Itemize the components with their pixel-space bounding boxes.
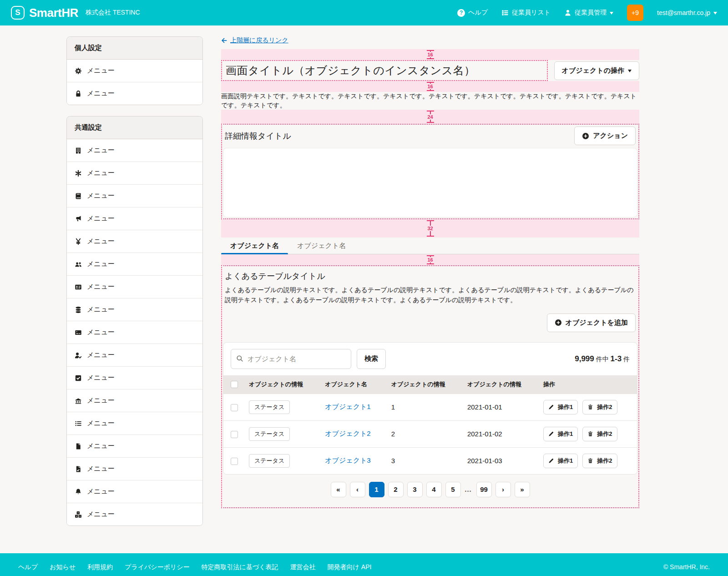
row-checkbox[interactable] [231,458,238,465]
sidebar-item-menu[interactable]: メニュー [67,298,202,321]
spacing-indicator-24: 24 [221,110,639,124]
sidebar-item-label: メニュー [87,351,115,359]
object-link[interactable]: オブジェクト3 [325,456,370,464]
yen-icon [75,238,82,245]
sidebar-item-menu[interactable]: メニュー [67,344,202,366]
pagination-next-button[interactable]: › [495,482,511,497]
sidebar-item-label: メニュー [87,146,115,155]
pagination-last-button[interactable]: » [515,482,530,497]
sidebar-item-menu[interactable]: メニュー [67,321,202,344]
search-button[interactable]: 検索 [357,349,386,369]
select-all-checkbox[interactable] [231,381,238,388]
employee-list-nav-item[interactable]: 従業員リスト [501,9,551,17]
sidebar-item-menu[interactable]: メニュー [67,207,202,230]
table-section-title: よくあるテーブルタイトル [222,267,638,282]
pagination-page-99[interactable]: 99 [476,482,492,497]
sidebar-item-menu[interactable]: メニュー [67,275,202,298]
sidebar-item-menu[interactable]: メニュー [67,162,202,184]
employee-admin-label: 従業員管理 [575,9,607,17]
delete-action-button[interactable]: 操作2 [582,400,617,414]
notification-badge[interactable]: +9 [627,5,643,21]
object-actions-dropdown-button[interactable]: オブジェクトの操作 [554,61,639,80]
sidebar-item-menu[interactable]: メニュー [67,503,202,525]
footer-link-news[interactable]: お知らせ [50,563,76,571]
bell-icon [75,488,82,495]
object-link[interactable]: オブジェクト1 [325,403,370,410]
sidebar-item-menu[interactable]: メニュー [67,253,202,275]
user-check-icon [75,352,82,359]
sidebar-item-menu[interactable]: メニュー [67,457,202,480]
sidebar-item-menu[interactable]: メニュー [67,230,202,253]
sidebar-item-menu[interactable]: メニュー [67,480,202,503]
sidebar-item-menu[interactable]: メニュー [67,412,202,435]
smarthr-logo[interactable]: S SmartHR [11,6,78,20]
pagination-page-4[interactable]: 4 [426,482,442,497]
sidebar-item-label: メニュー [87,192,115,200]
table-section-description: よくあるテーブルの説明テキストです。よくあるテーブルの説明テキストです。よくある… [222,282,638,305]
database-icon [75,306,82,313]
footer-link-commerce-law[interactable]: 特定商取引法に基づく表記 [202,563,278,571]
pagination: « ‹ 1 2 3 4 5 … 99 › » [222,475,638,507]
column-header: オブジェクトの情報 [243,375,319,394]
sidebar-item-menu[interactable]: メニュー [67,82,202,105]
status-badge: ステータス [249,454,290,468]
sidebar-section-title: 個人設定 [67,37,202,60]
pagination-page-5[interactable]: 5 [445,482,461,497]
sidebar-item-menu[interactable]: メニュー [67,389,202,412]
pagination-page-1[interactable]: 1 [369,482,384,497]
sidebar-section-title: 共通設定 [67,116,202,139]
trash-icon [587,458,593,464]
add-object-button[interactable]: オブジェクトを追加 [547,313,636,332]
table-row: ステータス オブジェクト3 3 2021-01-03 操作1 操作2 [223,447,637,474]
common-table-section: よくあるテーブルタイトル よくあるテーブルの説明テキストです。よくあるテーブルの… [221,265,639,508]
footer-link-developer-api[interactable]: 開発者向け API [328,563,372,571]
footer-link-operator[interactable]: 運営会社 [290,563,316,571]
sidebar-item-menu[interactable]: メニュー [67,184,202,207]
help-circle-icon [457,9,465,17]
pagination-prev-button[interactable]: ‹ [350,482,365,497]
footer-link-terms[interactable]: 利用規約 [87,563,113,571]
sidebar-item-menu[interactable]: メニュー [67,139,202,162]
spacing-indicator-32: 32 [221,219,639,237]
tab-object-name-1[interactable]: オブジェクト名 [221,237,288,254]
account-dropdown[interactable]: test@smarthr.co.jp [657,9,717,16]
detail-info-title: 詳細情報タイトル [225,131,291,141]
employee-list-icon [501,9,509,16]
sidebar-item-menu[interactable]: メニュー [67,60,202,82]
object-date-cell: 2021-01-02 [462,420,538,447]
copyright: © SmartHR, Inc. [663,563,710,571]
trash-icon [587,404,593,410]
sidebar-item-label: メニュー [87,89,115,98]
delete-action-button[interactable]: 操作2 [582,427,617,441]
row-checkbox[interactable] [231,431,238,438]
back-to-parent-link[interactable]: 上階層に戻るリンク [221,36,288,45]
sidebar-item-label: メニュー [87,237,115,246]
pagination-page-2[interactable]: 2 [388,482,404,497]
action-button[interactable]: アクション [574,126,636,145]
header-nav: ヘルプ 従業員リスト 従業員管理 +9 test@smarthr.co.jp [457,5,717,21]
edit-action-button[interactable]: 操作1 [543,400,578,414]
object-link[interactable]: オブジェクト2 [325,429,370,437]
column-header: オブジェクトの情報 [462,375,538,394]
smarthr-logo-text: SmartHR [29,6,78,20]
pagination-page-3[interactable]: 3 [407,482,423,497]
object-search-input[interactable] [231,349,351,369]
employee-admin-dropdown[interactable]: 従業員管理 [564,9,613,17]
employee-list-nav-label: 従業員リスト [512,9,551,17]
building-icon [75,147,82,154]
sidebar-item-menu[interactable]: メニュー [67,435,202,457]
delete-action-button[interactable]: 操作2 [582,454,617,468]
row-checkbox[interactable] [231,404,238,411]
help-nav-item[interactable]: ヘルプ [457,9,488,17]
edit-action-button[interactable]: 操作1 [543,454,578,468]
footer-link-privacy[interactable]: プライバシーポリシー [125,563,190,571]
cubes-icon [75,511,82,518]
gear-icon [75,67,82,75]
pagination-first-button[interactable]: « [331,482,346,497]
tab-object-name-2[interactable]: オブジェクト名 [288,237,355,254]
edit-action-button[interactable]: 操作1 [543,427,578,441]
footer-link-help[interactable]: ヘルプ [18,563,38,571]
sidebar-item-menu[interactable]: メニュー [67,366,202,389]
page-title: 画面タイトル（オブジェクトのインスタンス名） [226,63,543,78]
object-info-cell: 3 [386,447,462,474]
